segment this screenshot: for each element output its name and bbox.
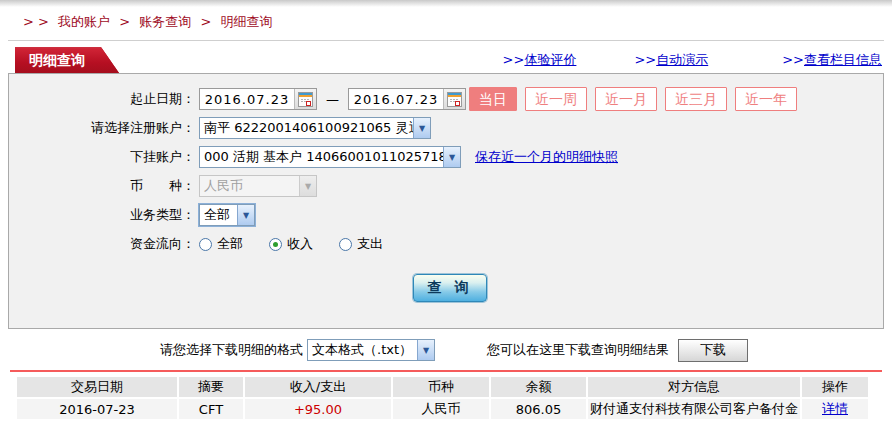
breadcrumb-separator: > (119, 14, 130, 29)
col-header-date: 交易日期 (17, 377, 177, 397)
chevron-down-icon[interactable]: ▼ (413, 118, 430, 138)
chevrons-icon: >> (634, 52, 656, 67)
end-date-field[interactable]: 2016.07.23 (348, 88, 466, 110)
period-button-last-month[interactable]: 近一月 (595, 87, 657, 111)
cell-currency: 人民币 (393, 399, 489, 419)
sub-account-row: 下挂账户： 000 活期 基本户 1406600101102571848 ▼ 保… (9, 145, 883, 169)
download-hint: 您可以在这里下载查询明细结果 (487, 341, 669, 359)
download-format-value: 文本格式（.txt） (308, 341, 417, 359)
currency-row: 币 种： 人民币 ▼ (9, 174, 883, 198)
fund-flow-row: 资金流向： 全部 收入 支出 (9, 232, 883, 256)
page-top-fade (0, 0, 892, 7)
table-row: 2016-07-23 CFT +95.00 人民币 806.05 财付通支付科技… (17, 399, 868, 419)
date-range-dash: — (326, 92, 339, 107)
flow-radio-all[interactable]: 全部 (199, 235, 243, 253)
currency-value: 人民币 (200, 177, 299, 195)
end-date-value[interactable]: 2016.07.23 (349, 92, 443, 107)
breadcrumb-item-my-account[interactable]: 我的账户 (58, 14, 110, 29)
chevrons-icon: >> (782, 52, 804, 67)
period-button-last-3-months[interactable]: 近三月 (665, 87, 727, 111)
start-date-value[interactable]: 2016.07.23 (200, 92, 294, 107)
register-account-value: 南平 6222001406100921065 灵通卡 (200, 119, 413, 137)
cell-date: 2016-07-23 (17, 399, 177, 419)
currency-label: 币 种： (9, 177, 199, 195)
query-button-row: 查 询 (9, 274, 883, 302)
sub-account-label: 下挂账户： (9, 148, 199, 166)
breadcrumb-arrows: > > (23, 14, 49, 29)
breadcrumb-item-account-query[interactable]: 账务查询 (139, 14, 191, 29)
breadcrumb-separator: > (200, 14, 211, 29)
header-links: >>体验评价 >>自动演示 >>查看栏目信息 (503, 51, 882, 69)
end-date-calendar-icon[interactable] (443, 89, 465, 109)
register-account-select[interactable]: 南平 6222001406100921065 灵通卡 ▼ (199, 117, 431, 139)
chevrons-icon: >> (503, 52, 525, 67)
red-divider (10, 370, 882, 372)
tab-bar: 明细查询 >>体验评价 >>自动演示 >>查看栏目信息 (8, 46, 884, 73)
col-header-balance: 余额 (491, 377, 586, 397)
start-date-field[interactable]: 2016.07.23 (199, 88, 317, 110)
period-button-last-year[interactable]: 近一年 (735, 87, 797, 111)
col-header-action: 操作 (802, 377, 868, 397)
business-type-select[interactable]: 全部 ▼ (199, 204, 255, 226)
chevron-down-icon[interactable]: ▼ (237, 205, 254, 225)
save-monthly-snapshot-link[interactable]: 保存近一个月的明细快照 (475, 148, 618, 166)
sub-account-select[interactable]: 000 活期 基本户 1406600101102571848 ▼ (199, 146, 461, 168)
register-account-row: 请选择注册账户： 南平 6222001406100921065 灵通卡 ▼ (9, 116, 883, 140)
col-header-amount: 收入/支出 (245, 377, 391, 397)
radio-icon[interactable] (339, 238, 352, 251)
date-range-label: 起止日期： (9, 90, 199, 108)
period-button-today[interactable]: 当日 (469, 87, 517, 111)
table-header-row: 交易日期 摘要 收入/支出 币种 余额 对方信息 操作 (17, 377, 868, 397)
transaction-table: 交易日期 摘要 收入/支出 币种 余额 对方信息 操作 2016-07-23 C… (15, 375, 870, 421)
date-range-row: 起止日期： 2016.07.23 — 2016.07.23 当日 近一周 近一月… (9, 87, 883, 111)
flow-radio-expense[interactable]: 支出 (339, 235, 383, 253)
horizontal-divider (8, 40, 884, 41)
sub-account-value: 000 活期 基本户 1406600101102571848 (200, 148, 443, 166)
period-button-last-week[interactable]: 近一周 (525, 87, 587, 111)
flow-radio-income[interactable]: 收入 (269, 235, 313, 253)
flow-radio-expense-label: 支出 (357, 235, 383, 253)
flow-radio-all-label: 全部 (217, 235, 243, 253)
cell-amount: +95.00 (245, 399, 391, 419)
cell-counterparty: 财付通支付科技有限公司客户备付金 (588, 399, 800, 419)
cell-summary: CFT (179, 399, 243, 419)
chevron-down-icon[interactable]: ▼ (443, 147, 460, 167)
register-account-label: 请选择注册账户： (9, 119, 199, 137)
fund-flow-label: 资金流向： (9, 235, 199, 253)
link-feedback[interactable]: >>体验评价 (503, 51, 577, 69)
col-header-summary: 摘要 (179, 377, 243, 397)
download-button[interactable]: 下载 (678, 339, 748, 362)
query-button[interactable]: 查 询 (413, 274, 487, 302)
radio-icon[interactable] (199, 238, 212, 251)
cell-balance: 806.05 (491, 399, 586, 419)
start-date-calendar-icon[interactable] (294, 89, 316, 109)
detail-link[interactable]: 详情 (822, 401, 848, 416)
download-format-select[interactable]: 文本格式（.txt） ▼ (307, 339, 435, 361)
currency-select: 人民币 ▼ (199, 175, 317, 197)
col-header-counterparty: 对方信息 (588, 377, 800, 397)
link-column-info[interactable]: >>查看栏目信息 (782, 51, 882, 69)
business-type-label: 业务类型： (9, 206, 199, 224)
col-header-currency: 币种 (393, 377, 489, 397)
query-form-panel: 起止日期： 2016.07.23 — 2016.07.23 当日 近一周 近一月… (8, 73, 884, 329)
tab-detail-query[interactable]: 明细查询 (15, 47, 119, 73)
radio-checked-icon[interactable] (269, 238, 282, 251)
link-auto-demo[interactable]: >>自动演示 (634, 51, 708, 69)
breadcrumb-item-detail-query[interactable]: 明细查询 (220, 14, 272, 29)
download-row: 请您选择下载明细的格式 文本格式（.txt） ▼ 您可以在这里下载查询明细结果 … (160, 337, 884, 363)
download-format-label: 请您选择下载明细的格式 (160, 341, 303, 359)
business-type-value: 全部 (200, 206, 237, 224)
flow-radio-income-label: 收入 (287, 235, 313, 253)
chevron-down-icon: ▼ (299, 176, 316, 196)
breadcrumb: > > 我的账户 > 账务查询 > 明细查询 (0, 7, 892, 37)
business-type-row: 业务类型： 全部 ▼ (9, 203, 883, 227)
chevron-down-icon[interactable]: ▼ (417, 340, 434, 360)
